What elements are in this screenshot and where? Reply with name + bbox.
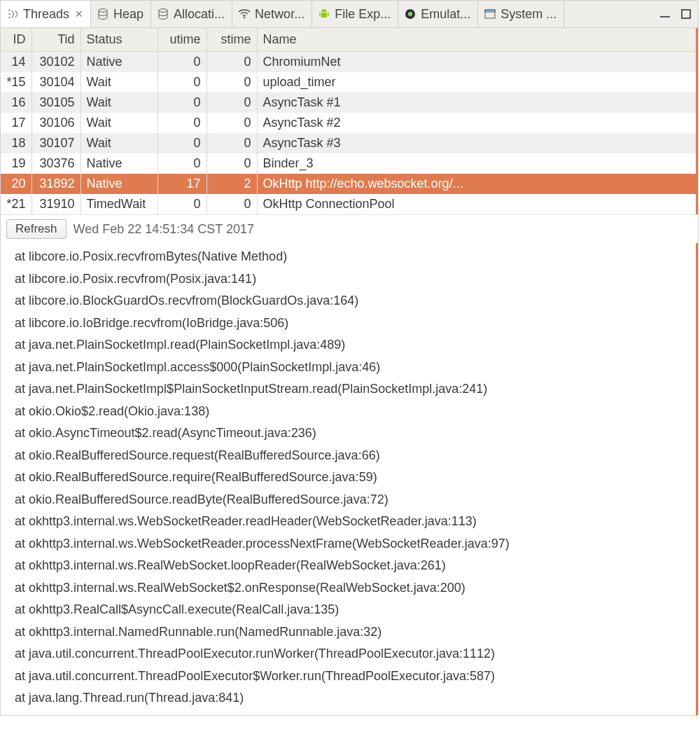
svg-point-0 (99, 9, 107, 13)
window-icon (484, 8, 496, 20)
refresh-bar: Refresh Wed Feb 22 14:51:34 CST 2017 (1, 214, 698, 243)
table-row[interactable]: 2031892Native172OkHttp http://echo.webso… (1, 174, 696, 194)
table-cell: Wait (80, 133, 158, 153)
svg-rect-3 (319, 13, 321, 16)
table-cell: Native (80, 52, 158, 73)
table-cell: 0 (158, 113, 206, 133)
tab-network[interactable]: Networ... (232, 1, 312, 27)
stack-frame: at okhttp3.internal.NamedRunnable.run(Na… (15, 621, 696, 644)
threads-table-wrap: ID Tid Status utime stime Name 1430102Na… (1, 28, 698, 214)
close-icon[interactable]: ✕ (74, 8, 83, 20)
table-header-row: ID Tid Status utime stime Name (1, 28, 696, 52)
table-row[interactable]: *2131910TimedWait00OkHttp ConnectionPool (1, 194, 696, 214)
stack-frame: at okhttp3.internal.ws.WebSocketReader.r… (15, 511, 696, 533)
threads-table[interactable]: ID Tid Status utime stime Name 1430102Na… (1, 28, 696, 214)
db-icon (157, 8, 169, 20)
table-cell: 2 (206, 174, 257, 194)
db-icon (97, 8, 109, 20)
col-header-status[interactable]: Status (80, 28, 158, 52)
tab-label: Emulat... (421, 7, 470, 22)
table-cell: 18 (1, 133, 31, 153)
table-cell: 30106 (31, 113, 80, 133)
tab-file-explorer[interactable]: File Exp... (312, 1, 398, 27)
table-row[interactable]: *1530104Wait00upload_timer (1, 72, 696, 92)
tab-label: Threads (23, 7, 69, 22)
stack-frame: at okio.RealBufferedSource.request(RealB… (15, 445, 696, 467)
svg-point-2 (244, 17, 245, 18)
table-cell: 30107 (31, 133, 80, 153)
tab-system-information[interactable]: System ... (478, 1, 564, 27)
android-icon (318, 8, 330, 20)
minimize-icon[interactable] (660, 8, 670, 18)
table-cell: Wait (80, 113, 158, 133)
stack-frame: at okhttp3.internal.ws.WebSocketReader.p… (15, 533, 696, 555)
col-header-stime[interactable]: stime (206, 28, 257, 52)
svg-rect-8 (485, 10, 495, 12)
tab-emulator-control[interactable]: Emulat... (398, 1, 478, 27)
stack-frame: at java.net.PlainSocketImpl.access$000(P… (15, 357, 696, 379)
table-cell: 0 (158, 52, 206, 73)
table-cell: upload_timer (257, 72, 696, 92)
tab-window-actions (653, 1, 698, 27)
table-row[interactable]: 1430102Native00ChromiumNet (1, 52, 696, 73)
tab-allocation-tracker[interactable]: Allocati... (151, 1, 232, 27)
col-header-tid[interactable]: Tid (31, 28, 80, 52)
table-cell: 0 (206, 72, 257, 92)
col-header-id[interactable]: ID (1, 28, 31, 52)
table-cell: 0 (206, 52, 257, 73)
stack-frame: at libcore.io.IoBridge.recvfrom(IoBridge… (15, 312, 696, 335)
table-cell: 17 (158, 174, 206, 194)
table-cell: *21 (1, 194, 31, 214)
snapshot-timestamp: Wed Feb 22 14:51:34 CST 2017 (74, 222, 255, 237)
wifi-icon (238, 8, 251, 20)
table-cell: 16 (1, 92, 31, 113)
table-cell: 0 (158, 72, 206, 92)
tab-label: Networ... (255, 7, 304, 22)
refresh-button[interactable]: Refresh (6, 219, 66, 239)
table-cell: Wait (80, 72, 158, 92)
table-cell: *15 (1, 72, 31, 92)
tab-threads[interactable]: Threads ✕ (1, 1, 91, 27)
ddms-threads-panel: Threads ✕ Heap Allocati... Networ... F (0, 0, 699, 716)
disc-icon (404, 8, 416, 20)
table-row[interactable]: 1930376Native00Binder_3 (1, 153, 696, 174)
table-cell: AsyncTask #1 (257, 92, 696, 113)
table-cell: TimedWait (80, 194, 158, 214)
stack-frame: at okhttp3.internal.ws.RealWebSocket$2.o… (15, 577, 696, 600)
stack-frame: at libcore.io.Posix.recvfromBytes(Native… (15, 246, 696, 268)
table-cell: ChromiumNet (257, 52, 696, 73)
table-row[interactable]: 1830107Wait00AsyncTask #3 (1, 133, 696, 153)
stack-frame: at java.net.PlainSocketImpl.read(PlainSo… (15, 334, 696, 357)
stack-frame: at okio.AsyncTimeout$2.read(AsyncTimeout… (15, 422, 696, 445)
stack-frame: at java.net.PlainSocketImpl$PlainSocketI… (15, 378, 696, 401)
table-cell: OkHttp ConnectionPool (257, 194, 696, 214)
table-cell: 0 (206, 194, 257, 214)
stack-trace-panel[interactable]: at libcore.io.Posix.recvfromBytes(Native… (1, 243, 698, 715)
table-row[interactable]: 1730106Wait00AsyncTask #2 (1, 113, 696, 133)
table-cell: 14 (1, 52, 31, 73)
table-cell: 30105 (31, 92, 80, 113)
table-cell: 30102 (31, 52, 80, 73)
table-cell: OkHttp http://echo.websocket.org/... (257, 174, 696, 194)
tab-label: Allocati... (174, 7, 225, 22)
table-cell: 0 (158, 133, 206, 153)
table-cell: AsyncTask #2 (257, 113, 696, 133)
table-row[interactable]: 1630105Wait00AsyncTask #1 (1, 92, 696, 113)
table-cell: 0 (206, 133, 257, 153)
tab-heap[interactable]: Heap (91, 1, 151, 27)
table-cell: AsyncTask #3 (257, 133, 696, 153)
stack-frame: at okhttp3.RealCall$AsyncCall.execute(Re… (15, 599, 696, 621)
table-cell: 30104 (31, 72, 80, 92)
table-cell: Native (80, 174, 158, 194)
threads-icon (6, 8, 19, 20)
stack-frame: at okio.RealBufferedSource.readByte(Real… (15, 489, 696, 511)
view-tab-bar: Threads ✕ Heap Allocati... Networ... F (1, 1, 698, 28)
table-cell: 31892 (31, 174, 80, 194)
col-header-name[interactable]: Name (257, 28, 696, 52)
svg-point-6 (408, 12, 412, 16)
table-cell: 30376 (31, 153, 80, 174)
table-cell: 0 (206, 113, 257, 133)
maximize-icon[interactable] (681, 9, 691, 19)
table-cell: 31910 (31, 194, 80, 214)
col-header-utime[interactable]: utime (158, 28, 206, 52)
